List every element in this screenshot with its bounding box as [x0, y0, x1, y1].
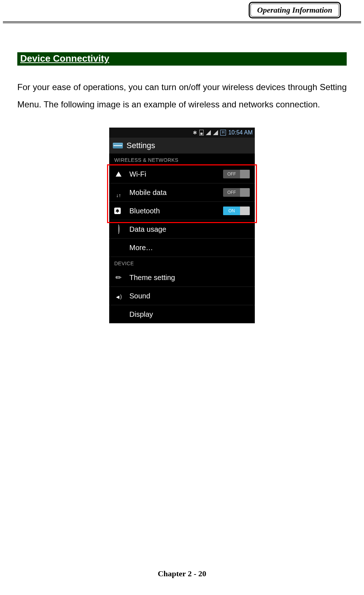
more-label: More…	[129, 244, 250, 252]
mobile-data-toggle-text: OFF	[223, 188, 240, 197]
row-mobile-data[interactable]: Mobile data OFF	[109, 183, 255, 202]
content-area: Device Connectivity For your ease of ope…	[17, 52, 347, 323]
data-usage-icon	[114, 225, 123, 234]
header-rule	[0, 22, 364, 24]
row-data-usage[interactable]: Data usage	[109, 220, 255, 239]
sound-label: Sound	[129, 292, 250, 300]
header-badge-inner: Operating Information	[250, 4, 339, 17]
bluetooth-toggle-knob	[240, 207, 250, 215]
row-more[interactable]: More…	[109, 239, 255, 257]
row-bluetooth[interactable]: ✱ Bluetooth ON	[109, 202, 255, 220]
group-header-wireless: WIRELESS & NETWORKS	[109, 154, 255, 165]
body-paragraph: For your ease of operations, you can tur…	[17, 79, 347, 113]
app-title: Settings	[126, 141, 155, 150]
group-header-device: DEVICE	[109, 257, 255, 268]
bluetooth-label: Bluetooth	[129, 207, 217, 215]
android-settings-screenshot: ✱ H 10:54 AM Settings WIRELESS & NETWORK…	[109, 128, 255, 323]
wifi-label: Wi-Fi	[129, 170, 217, 178]
signal-icon-2	[213, 130, 218, 135]
row-theme-setting[interactable]: ✎ Theme setting	[109, 268, 255, 287]
bluetooth-icon: ✱	[114, 208, 123, 214]
sound-icon	[114, 292, 123, 300]
row-display[interactable]: Display	[109, 305, 255, 323]
hspa-icon: H	[220, 130, 226, 136]
bluetooth-toggle[interactable]: ON	[223, 207, 250, 215]
battery-icon	[199, 130, 204, 136]
page-footer: Chapter 2 - 20	[0, 569, 364, 578]
bluetooth-status-icon: ✱	[193, 130, 197, 136]
section-heading: Device Connectivity	[17, 52, 347, 66]
data-usage-label: Data usage	[129, 225, 250, 234]
signal-icon-1	[206, 130, 211, 135]
theme-icon: ✎	[114, 273, 123, 282]
wifi-toggle[interactable]: OFF	[223, 170, 250, 178]
row-sound[interactable]: Sound	[109, 287, 255, 305]
display-label: Display	[129, 310, 250, 319]
header-badge-text: Operating Information	[257, 5, 332, 14]
app-bar: Settings	[109, 138, 255, 154]
mobile-data-toggle[interactable]: OFF	[223, 188, 250, 197]
document-page: Operating Information Device Connectivit…	[0, 0, 364, 595]
mobile-data-toggle-knob	[240, 188, 250, 197]
wifi-toggle-text: OFF	[223, 170, 240, 178]
bluetooth-toggle-text: ON	[223, 207, 240, 215]
theme-label: Theme setting	[129, 274, 250, 282]
mobile-data-label: Mobile data	[129, 188, 217, 197]
status-bar: ✱ H 10:54 AM	[109, 128, 255, 138]
rule-thick	[3, 22, 361, 22]
row-wifi[interactable]: Wi-Fi OFF	[109, 165, 255, 183]
clock-text: 10:54 AM	[228, 129, 253, 136]
settings-app-icon	[113, 143, 123, 148]
wifi-toggle-knob	[240, 170, 250, 178]
wifi-icon	[114, 170, 123, 178]
header-badge: Operating Information	[249, 2, 341, 18]
rule-thin	[3, 23, 361, 23]
